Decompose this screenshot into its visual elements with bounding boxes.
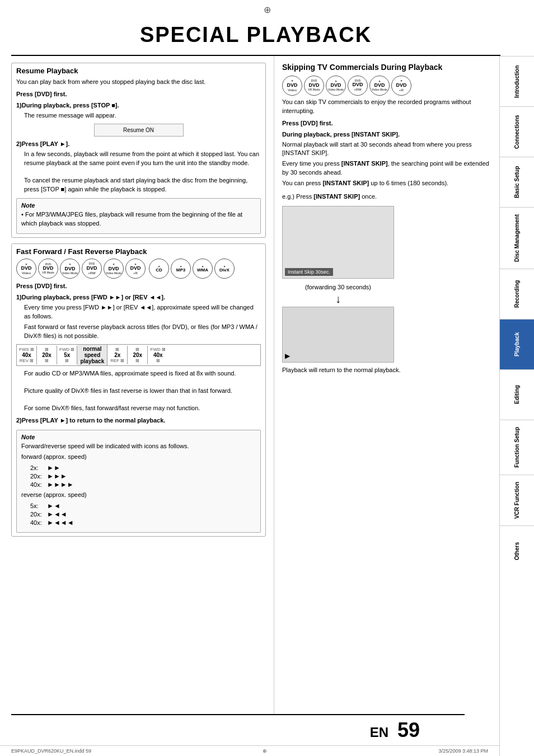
resume-note-title: Note (21, 202, 256, 209)
ff-step2-header: 2)Press [PLAY ►] to return to the normal… (16, 416, 261, 425)
skip-badge-2: DVDDVDVR Mode (304, 76, 324, 96)
en-label: EN (370, 725, 388, 740)
sidebar-item-editing[interactable]: Editing (500, 369, 534, 420)
speed-normal: normal speed playback (77, 345, 107, 365)
sidebar-item-function-setup[interactable]: Function Setup (500, 420, 534, 475)
fast-forward-title: Fast Forward / Fast Reverse Playback (16, 247, 261, 256)
skipping-section: Skipping TV Commercials During Playback … (282, 63, 491, 375)
skip-badge-3: ●DVDVideo Mode (326, 76, 346, 96)
badge-dvd-videomode: ●DVDVideo Mode (60, 259, 80, 279)
resume-intro: You can play back from where you stopped… (16, 78, 261, 87)
resume-step1-header: 1)During playback, press [STOP ■]. (16, 101, 261, 110)
resume-note-box: Note • For MP3/WMA/JPEG files, playback … (16, 198, 261, 234)
footer-right: 3/25/2009 3:48:13 PM (438, 748, 488, 754)
skip-badge-5: ●DVDVideo Mode (369, 76, 390, 96)
badge-cd: ●CD (149, 259, 169, 279)
sidebar-item-introduction[interactable]: Introduction (500, 56, 534, 106)
badge-divx: ●DivX (214, 259, 235, 279)
speed-20x-rev: ⊠ 20x ⊠ (37, 346, 57, 364)
resume-step2-header: 2)Press [PLAY ►]. (16, 140, 261, 149)
sidebar-item-vcr-function[interactable]: VCR Function (500, 475, 534, 525)
speed-5x-rev: FWD ⊠ 5x ⊠ (57, 346, 77, 364)
fast-forward-section: Fast Forward / Fast Reverse Playback ●DV… (11, 243, 266, 536)
sidebar-item-connections[interactable]: Connections (500, 106, 534, 157)
ff-reverse-label: reverse (approx. speed) (21, 491, 256, 500)
page-footer: E9PKAUD_DVR620KU_EN.indd 59 ⊕ 3/25/2009 … (0, 745, 499, 756)
ff-note3: For some DivX® files, fast forward/fast … (16, 404, 261, 413)
left-column: Resume Playback You can play back from w… (0, 56, 274, 714)
ff-step1-text2: Fast forward or fast reverse playback ac… (16, 323, 261, 341)
skip-arrow-down: ↓ (282, 293, 394, 304)
skip-caption: (forwarding 30 seconds) (282, 283, 394, 292)
resume-on-label: Resume ON (123, 127, 154, 133)
ff-note-title: Note (21, 434, 256, 440)
resume-playback-section: Resume Playback You can play back from w… (11, 63, 266, 238)
skip-badge-4: DVDDVD+RW (348, 76, 368, 96)
tv-display-before: Instant Skip 30sec. (282, 206, 394, 279)
sidebar-item-disc-management[interactable]: Disc Management (500, 207, 534, 269)
skip-step1-text1: Normal playback will start at 30 seconds… (282, 140, 491, 158)
speed-sequence-table: FWS ⊠ 40x REV ⊠ ⊠ 20x ⊠ FWD ⊠ (16, 344, 261, 366)
skip-step1-text2: Every time you press [INSTANT SKIP], the… (282, 159, 491, 177)
skip-intro: You can skip TV commercials to enjoy the… (282, 98, 491, 116)
speed-2x-fwd: ⊠ 2x REF ⊠ (107, 346, 128, 364)
badge-dvd-video: ●DVDVideo (16, 259, 36, 279)
page-container: ⊕ SPECIAL PLAYBACK Resume Playback You c… (0, 0, 534, 756)
resume-note-text: • For MP3/WMA/JPEG files, playback will … (21, 210, 256, 228)
speed-40x-rev: FWS ⊠ 40x REV ⊠ (17, 346, 37, 364)
skipping-title: Skipping TV Commercials During Playback (282, 63, 491, 72)
resume-step2-text2: To cancel the resume playback and start … (16, 176, 261, 194)
ff-note1: For audio CD or MP3/WMA files, approxima… (16, 369, 261, 378)
skip-step1-text3: You can press [INSTANT SKIP] up to 6 tim… (282, 179, 491, 188)
tv-display-after: ▶ (282, 307, 394, 363)
resume-step2-text1: In a few seconds, playback will resume f… (16, 150, 261, 168)
sidebar-item-others[interactable]: Others (500, 525, 534, 576)
right-sidebar: Introduction Connections Basic Setup Dis… (499, 56, 534, 756)
play-icon: ▶ (285, 352, 290, 360)
skip-badge-1: ●DVDVideo (282, 76, 302, 96)
badge-mp3: ●MP3 (171, 259, 191, 279)
resume-on-box: Resume ON (94, 124, 184, 137)
reverse-speed-icons: 5x:►◄ 20x:►◄◄ 40x:►◄◄◄ (30, 502, 256, 527)
badge-dvd-r: ●DVD+R (125, 259, 146, 279)
ff-forward-label: forward (approx. speed) (21, 453, 256, 462)
ff-step1-header: 1)During playback, press [FWD ►►] or [RE… (16, 293, 261, 302)
resume-step0: Press [DVD] first. (16, 90, 261, 99)
sidebar-item-recording[interactable]: Recording (500, 269, 534, 319)
page-title: SPECIAL PLAYBACK (11, 17, 500, 56)
badge-dvd-vrmode: DVDDVDVR Mode (38, 259, 58, 279)
forward-speed-icons: 2x:►► 20x:►►► 40x:►►►► (30, 464, 256, 489)
top-crosshair: ⊕ (0, 0, 534, 17)
sidebar-item-playback[interactable]: Playback (500, 319, 534, 369)
skip-step0: Press [DVD] first. (282, 119, 491, 128)
badge-dvd-rw: DVDDVD+RW (82, 259, 102, 279)
badge-wma: ●WMA (193, 259, 213, 279)
right-column: Skipping TV Commercials During Playback … (274, 56, 499, 714)
tv-overlay-label: Instant Skip 30sec. (285, 268, 333, 276)
skip-badge-6: ●DVD+R (391, 76, 411, 96)
ff-step1-text1: Every time you press [FWD ►►] or [REV ◄◄… (16, 303, 261, 321)
skip-step1-header: During playback, press [INSTANT SKIP]. (282, 130, 491, 139)
skip-badge-row: ●DVDVideo DVDDVDVR Mode ●DVDVideo Mode D… (282, 76, 491, 96)
speed-40x-fwd: FWD ⊠ 40x ⊠ (148, 346, 168, 364)
page-number: 59 (397, 719, 420, 741)
ff-badge-row: ●DVDVideo DVDDVDVR Mode ●DVDVideo Mode D… (16, 259, 261, 279)
en-page-number: EN 59 (11, 714, 465, 745)
footer-left: E9PKAUD_DVR620KU_EN.indd 59 (11, 748, 91, 754)
skip-example: e.g.) Press [INSTANT SKIP] once. (282, 192, 491, 201)
sidebar-item-basic-setup[interactable]: Basic Setup (500, 157, 534, 207)
badge-dvd-videomode2: ●DVDVideo Mode (104, 259, 124, 279)
resume-playback-title: Resume Playback (16, 67, 261, 75)
ff-note2: Picture quality of DivX® files in fast r… (16, 387, 261, 396)
speed-20x-fwd: ⊠ 20x ⊠ (128, 346, 148, 364)
ff-note-box: Note Forward/reverse speed will be indic… (16, 430, 261, 533)
ff-note-forward-header: Forward/reverse speed will be indicated … (21, 442, 256, 451)
skip-ending-text: Playback will return to the normal playb… (282, 366, 405, 375)
ff-step0: Press [DVD] first. (16, 282, 261, 291)
footer-center: ⊕ (263, 748, 267, 754)
resume-step1-sub: The resume message will appear. (16, 111, 261, 120)
